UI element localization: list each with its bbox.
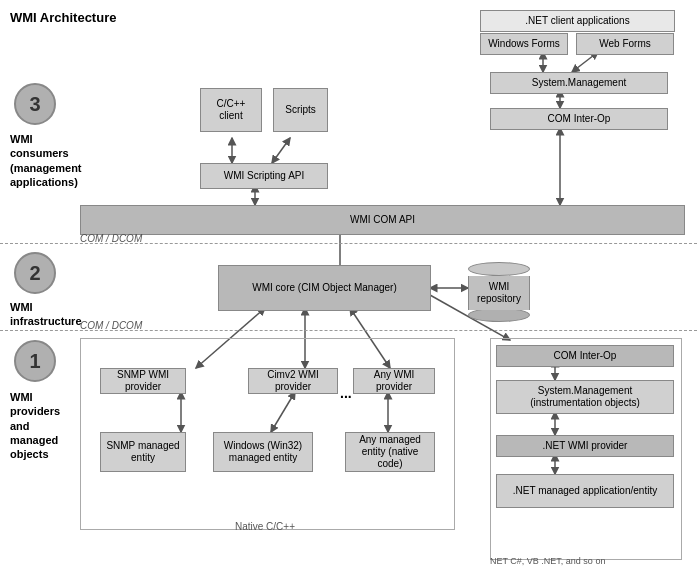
cimv2-provider-box: Cimv2 WMI provider xyxy=(248,368,338,394)
any-provider-box: Any WMI provider xyxy=(353,368,435,394)
diagram-container: WMI Architecture xyxy=(0,0,697,583)
wmi-repository: WMI repository xyxy=(468,262,530,322)
ellipsis: ... xyxy=(340,385,352,401)
windows-entity-box: Windows (Win32) managed entity xyxy=(213,432,313,472)
native-cc-label: Native C/C++ xyxy=(175,521,355,532)
dotnet-note: NET C#, VB .NET, and so on xyxy=(490,556,605,566)
wmi-core-box: WMI core (CIM Object Manager) xyxy=(218,265,431,311)
com-interop-right-box: COM Inter-Op xyxy=(496,345,674,367)
layer3-label: WMI consumers(managementapplications) xyxy=(10,132,75,189)
divider-top-label: COM / DCOM xyxy=(80,233,142,244)
layer2-label: WMI infrastructure xyxy=(10,300,75,329)
any-entity-box: Any managed entity (native code) xyxy=(345,432,435,472)
cc-client-box: C/C++ client xyxy=(200,88,262,132)
layer1-circle: 1 xyxy=(14,340,56,382)
layer1-label: WMI providersand managedobjects xyxy=(10,390,75,461)
dotnet-wmi-provider-box: .NET WMI provider xyxy=(496,435,674,457)
svg-line-3 xyxy=(272,138,290,163)
layer2-circle: 2 xyxy=(14,252,56,294)
layer3-circle: 3 xyxy=(14,83,56,125)
com-interop-top-box: COM Inter-Op xyxy=(490,108,668,130)
wmi-scripting-api-box: WMI Scripting API xyxy=(200,163,328,189)
snmp-provider-box: SNMP WMI provider xyxy=(100,368,186,394)
dotnet-managed-box: .NET managed application/entity xyxy=(496,474,674,508)
system-mgmt-right-box: System.Management (instrumentation objec… xyxy=(496,380,674,414)
system-mgmt-top-box: System.Management xyxy=(490,72,668,94)
wmi-com-api-box: WMI COM API xyxy=(80,205,685,235)
svg-line-6 xyxy=(572,52,598,72)
web-forms-box: Web Forms xyxy=(576,33,674,55)
diagram-title: WMI Architecture xyxy=(10,10,116,25)
scripts-box: Scripts xyxy=(273,88,328,132)
snmp-entity-box: SNMP managed entity xyxy=(100,432,186,472)
dotnet-client-box: .NET client applications xyxy=(480,10,675,32)
divider-bottom-label: COM / DCOM xyxy=(80,320,142,331)
windows-forms-box: Windows Forms xyxy=(480,33,568,55)
